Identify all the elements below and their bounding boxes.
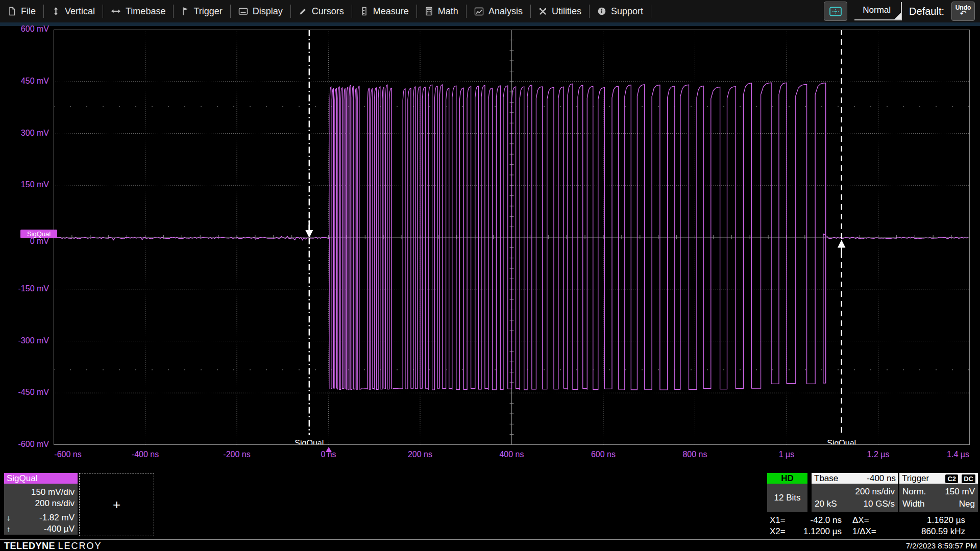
- undo-arrow-icon: ↶: [960, 10, 966, 18]
- menu-item-vertical[interactable]: Vertical: [44, 0, 103, 22]
- x-axis-label: 1 µs: [756, 450, 817, 459]
- y-axis-label: 600 mV: [0, 24, 49, 34]
- flag-icon: [181, 7, 189, 16]
- x-axis-label: -400 ns: [115, 450, 176, 459]
- file-icon: [8, 7, 16, 16]
- y-axis-label: 150 mV: [0, 180, 49, 189]
- grid-mode-value: Normal: [863, 5, 891, 15]
- menu-bar: FileVerticalTimebaseTriggerDisplayCursor…: [0, 0, 980, 22]
- status-bar: TELEDYNE LECROY 7/2/2023 8:59:57 PM: [0, 539, 980, 551]
- menu-item-file[interactable]: File: [0, 0, 43, 22]
- trigger-panel-body: Norm. 150 mV Width Neg: [899, 484, 978, 512]
- menu-item-label: Measure: [373, 6, 409, 17]
- menu-item-label: File: [21, 6, 36, 17]
- menu-item-label: Timebase: [126, 6, 165, 17]
- menu-item-label: Math: [438, 6, 458, 17]
- channel-tdiv: 200 ns/div: [35, 498, 75, 509]
- channel-panel-sigqual[interactable]: SigQual 150 mV/div 200 ns/div ↓ -1.82 mV…: [4, 473, 78, 535]
- monitor-icon: [238, 7, 248, 15]
- channel-panel-title: SigQual: [4, 473, 78, 484]
- undo-button[interactable]: Undo ↶: [951, 2, 975, 21]
- add-trace-box[interactable]: +: [79, 473, 154, 536]
- trigger-slope: Neg: [959, 498, 975, 510]
- x-axis-label: 200 ns: [389, 450, 451, 459]
- dropdown-corner-icon: [894, 13, 901, 19]
- x-axis-label: 1.2 µs: [848, 450, 909, 459]
- timebase-title: Tbase: [814, 473, 838, 483]
- y-axis-label: 450 mV: [0, 77, 49, 86]
- trigger-position-marker[interactable]: [326, 447, 332, 452]
- waveform-display: SigQualSigQual: [54, 30, 970, 445]
- timebase-panel-body: 200 ns/div 20 kS 10 GS/s: [812, 484, 898, 512]
- brand-logo: TELEDYNE LECROY: [4, 541, 102, 551]
- x-axis-label: -600 ns: [37, 450, 99, 459]
- grid-mode-button[interactable]: [824, 2, 847, 21]
- chart-icon: [474, 7, 484, 16]
- menu-item-display[interactable]: Display: [231, 0, 290, 22]
- hd-panel[interactable]: HD 12 Bits: [767, 473, 807, 512]
- menu-items: FileVerticalTimebaseTriggerDisplayCursor…: [0, 0, 651, 22]
- timebase-delay: -400 ns: [867, 473, 896, 484]
- ruler-icon: [360, 7, 369, 16]
- trigger-level: 150 mV: [945, 486, 975, 497]
- trigger-panel[interactable]: Trigger C2 DC Norm. 150 mV Width Neg: [899, 473, 978, 512]
- hd-panel-title: HD: [767, 473, 807, 484]
- default-label: Default:: [909, 6, 944, 17]
- menu-item-label: Trigger: [193, 6, 222, 17]
- x-axis-label: -200 ns: [206, 450, 267, 459]
- timebase-rate: 10 GS/s: [864, 498, 895, 510]
- x2-label: X2=: [770, 526, 786, 537]
- tools-icon: [538, 7, 547, 16]
- menu-item-math[interactable]: Math: [417, 0, 466, 22]
- trigger-title: Trigger: [902, 473, 929, 483]
- y-axis-label: -300 mV: [0, 336, 49, 345]
- cursor-x1-label: SigQual: [295, 439, 324, 445]
- menu-right-controls: Normal Default: Undo ↶: [824, 2, 980, 21]
- menu-item-label: Utilities: [552, 6, 581, 17]
- trigger-panel-header: Trigger C2 DC: [899, 473, 978, 484]
- x-axis-label: 600 ns: [573, 450, 634, 459]
- timebase-tdiv: 200 ns/div: [855, 486, 895, 497]
- plot-area[interactable]: SigQualSigQual: [54, 30, 970, 445]
- horizontal-arrows-icon: [111, 8, 121, 15]
- menu-item-utilities[interactable]: Utilities: [531, 0, 589, 22]
- cursor-x2-up-arrow-icon: [838, 240, 845, 247]
- x-axis-label: 400 ns: [481, 450, 543, 459]
- timestamp: 7/2/2023 8:59:57 PM: [906, 541, 977, 550]
- channel-max-value: -1.82 mV: [39, 512, 75, 523]
- menu-item-support[interactable]: Support: [590, 0, 651, 22]
- hd-panel-bits: 12 Bits: [767, 484, 807, 512]
- invdx-value: 860.59 kHz: [886, 526, 965, 537]
- pencil-icon: [299, 7, 307, 16]
- cursor-x1-down-arrow-icon: [305, 230, 313, 238]
- menu-item-measure[interactable]: Measure: [352, 0, 416, 22]
- invdx-label: 1/ΔX=: [852, 526, 876, 537]
- menubar-accent-strip: [0, 22, 980, 26]
- menu-item-label: Cursors: [312, 6, 344, 17]
- trigger-mode: Norm.: [902, 486, 926, 497]
- y-axis-label: -600 mV: [0, 440, 49, 449]
- menu-item-analysis[interactable]: Analysis: [467, 0, 530, 22]
- menu-item-label: Vertical: [65, 6, 95, 17]
- trace-label-sigqual[interactable]: SigQual: [20, 230, 57, 238]
- menu-item-label: Display: [253, 6, 283, 17]
- timebase-samples: 20 kS: [815, 498, 837, 510]
- down-arrow-icon: ↓: [7, 512, 11, 523]
- y-axis-label: -450 mV: [0, 388, 49, 397]
- x-axis-label: 1.4 µs: [927, 450, 980, 459]
- up-arrow-icon: ↑: [7, 523, 11, 535]
- sigqual-trace: [54, 83, 968, 390]
- timebase-panel-header: Tbase -400 ns: [812, 473, 898, 484]
- grid-mode-dropdown[interactable]: Normal: [854, 2, 902, 20]
- brand-light: LECROY: [58, 541, 102, 551]
- menu-item-trigger[interactable]: Trigger: [174, 0, 230, 22]
- menu-item-cursors[interactable]: Cursors: [291, 0, 352, 22]
- channel-vdiv: 150 mV/div: [31, 487, 75, 498]
- brand-bold: TELEDYNE: [4, 541, 55, 551]
- menu-item-label: Support: [611, 6, 643, 17]
- y-axis-label: -150 mV: [0, 284, 49, 293]
- menu-item-timebase[interactable]: Timebase: [103, 0, 173, 22]
- x1-value: -42.0 ns: [788, 515, 842, 526]
- cursor-x2-label: SigQual: [827, 439, 856, 445]
- timebase-panel[interactable]: Tbase -400 ns 200 ns/div 20 kS 10 GS/s: [812, 473, 898, 512]
